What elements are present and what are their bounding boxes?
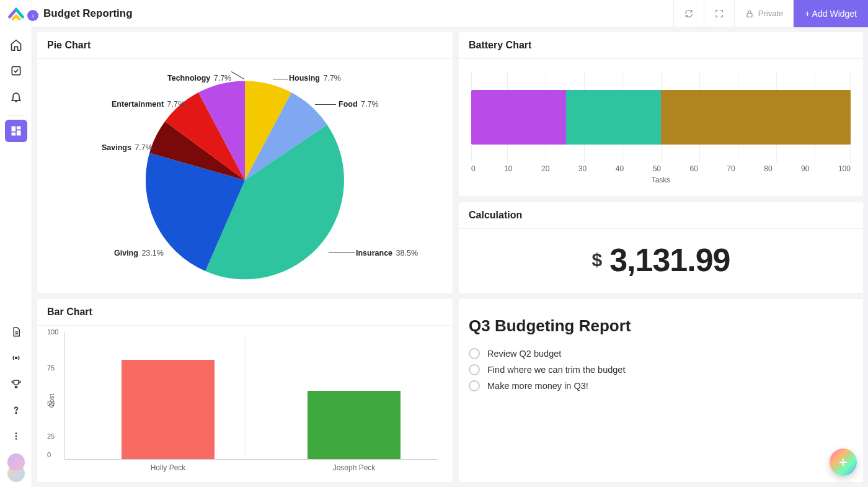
calc-symbol: $ xyxy=(591,249,602,270)
battery-seg xyxy=(566,90,661,145)
avatar[interactable] xyxy=(7,453,25,471)
card-title: Bar Chart xyxy=(37,299,453,326)
svg-rect-3 xyxy=(16,130,20,135)
pie-svg xyxy=(146,81,344,279)
checkbox-icon[interactable] xyxy=(469,348,480,359)
svg-rect-0 xyxy=(12,66,20,74)
calc-value: 3,131.99 xyxy=(609,241,730,279)
bar-chart-card: Bar Chart Cost 100 75 50 25 0 Holly Peck… xyxy=(37,299,453,482)
content: Pie Chart Housing 7.7% Food 7.7% xyxy=(32,27,868,487)
card-title: Battery Chart xyxy=(459,32,863,59)
page-title: Budget Reporting xyxy=(43,7,133,20)
checkbox-icon[interactable] xyxy=(469,364,480,375)
calculation-card: Calculation $ 3,131.99 xyxy=(459,202,863,293)
refresh-button[interactable] xyxy=(673,0,704,27)
battery-axis-label: Tasks xyxy=(469,176,853,184)
pie-chart-card: Pie Chart Housing 7.7% Food 7.7% xyxy=(37,32,453,293)
svg-rect-10 xyxy=(747,13,752,17)
app-logo[interactable] xyxy=(7,5,25,22)
card-title: Calculation xyxy=(459,202,863,229)
task-icon[interactable] xyxy=(5,60,27,82)
task-row[interactable]: Make more money in Q3! xyxy=(469,378,853,394)
battery-seg xyxy=(471,90,566,145)
battery-seg xyxy=(661,90,851,145)
svg-point-6 xyxy=(16,413,17,414)
battery-chart: 010 2030 4050 6070 8090 100 Tasks xyxy=(469,65,853,195)
broadcast-icon[interactable] xyxy=(5,347,27,369)
battery-chart-card: Battery Chart 010 2030 xyxy=(459,32,863,196)
card-title: Pie Chart xyxy=(37,32,453,59)
svg-rect-1 xyxy=(11,127,16,132)
home-icon[interactable] xyxy=(5,34,27,56)
bar-a xyxy=(122,360,215,459)
bar-chart: Cost 100 75 50 25 0 Holly Peck Joseph Pe… xyxy=(47,332,443,475)
bar-b xyxy=(308,391,401,459)
task-row[interactable]: Review Q2 budget xyxy=(469,346,853,362)
report-title: Q3 Budgeting Report xyxy=(469,316,853,336)
doc-icon[interactable] xyxy=(5,321,27,343)
task-row[interactable]: Find where we can trim the budget xyxy=(469,362,853,378)
bell-icon[interactable] xyxy=(5,86,27,108)
fab-add-button[interactable]: + xyxy=(830,449,857,476)
svg-rect-4 xyxy=(11,133,16,136)
header: Budget Reporting Private + Add Widget xyxy=(32,0,868,27)
private-label: Private xyxy=(758,9,783,18)
svg-rect-2 xyxy=(16,127,20,130)
expand-button[interactable] xyxy=(704,0,734,27)
report-card: Q3 Budgeting Report Review Q2 budget Fin… xyxy=(459,299,863,482)
svg-point-8 xyxy=(15,436,17,437)
collapse-sidebar-button[interactable]: › xyxy=(27,10,38,21)
sidebar xyxy=(0,0,32,487)
battery-axis: 010 2030 4050 6070 8090 100 xyxy=(471,164,851,173)
svg-point-7 xyxy=(15,432,17,434)
svg-point-5 xyxy=(15,357,17,359)
trophy-icon[interactable] xyxy=(5,373,27,395)
dashboard-icon[interactable] xyxy=(5,120,27,142)
private-button[interactable]: Private xyxy=(734,0,793,27)
divider xyxy=(8,115,24,116)
pie-chart: Housing 7.7% Food 7.7% Insurance 38.5% G… xyxy=(47,65,443,287)
more-icon[interactable] xyxy=(5,425,27,447)
add-widget-button[interactable]: + Add Widget xyxy=(793,0,868,27)
help-icon[interactable] xyxy=(5,399,27,421)
checkbox-icon[interactable] xyxy=(469,380,480,391)
svg-point-9 xyxy=(15,438,17,440)
